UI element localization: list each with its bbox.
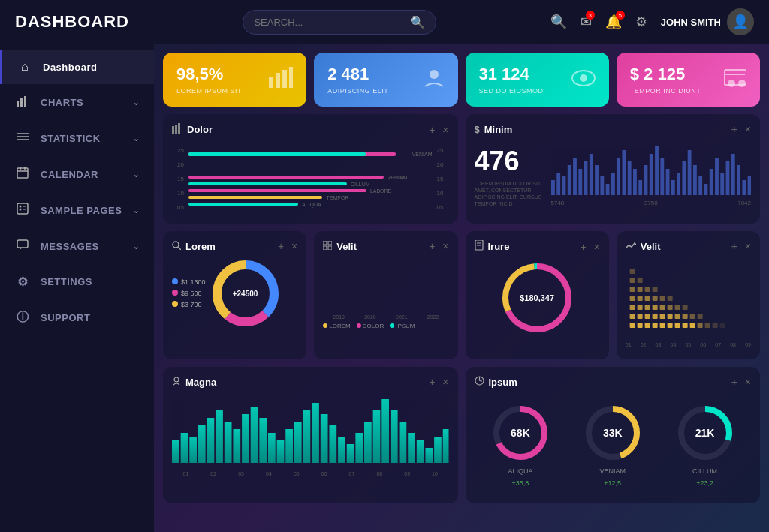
svg-rect-124 — [652, 287, 657, 292]
dolor-add-button[interactable]: + — [429, 124, 435, 136]
svg-rect-35 — [578, 169, 582, 195]
svg-rect-49 — [655, 146, 659, 195]
svg-point-26 — [728, 80, 735, 87]
svg-rect-95 — [712, 323, 717, 328]
stat-card-4[interactable]: $ 2 125 TEMPOR INCIDIUNT — [617, 53, 760, 107]
sidebar-item-calendar[interactable]: CALENDAR ⌄ — [0, 156, 154, 192]
stat-value-3: 31 124 — [479, 65, 544, 84]
mail-icon[interactable]: ✉ 3 — [581, 14, 592, 30]
svg-rect-131 — [189, 437, 197, 463]
user-profile[interactable]: JOHN SMITH 👤 — [661, 8, 754, 35]
stat-label-4: TEMPOR INCIDIUNT — [630, 87, 701, 95]
chevron-down-icon: ⌄ — [133, 98, 140, 107]
sidebar-item-settings[interactable]: ⚙ SETTINGS — [0, 264, 154, 299]
svg-rect-44 — [627, 161, 631, 195]
ipsum-card-header: Ipsum + × — [475, 376, 752, 388]
svg-rect-38 — [595, 165, 599, 195]
dolor-close-button[interactable]: × — [442, 124, 448, 136]
svg-rect-2 — [24, 96, 26, 107]
ipsum-close-button[interactable]: × — [745, 376, 751, 388]
svg-rect-136 — [233, 429, 240, 463]
svg-rect-48 — [649, 154, 653, 195]
svg-rect-9 — [24, 167, 26, 170]
svg-rect-54 — [682, 161, 686, 195]
stat-card-2[interactable]: 2 481 ADIPISCING ELIT — [314, 53, 457, 107]
svg-rect-41 — [611, 173, 614, 195]
svg-rect-32 — [562, 176, 565, 195]
svg-rect-20 — [289, 67, 293, 88]
svg-rect-33 — [567, 165, 571, 195]
velit-bar-icon — [323, 241, 332, 252]
svg-rect-114 — [682, 305, 687, 310]
gauge-veniam: 33K VENIAM +12,5 — [583, 403, 643, 487]
svg-rect-37 — [589, 154, 593, 195]
svg-rect-62 — [725, 161, 729, 195]
sidebar-item-support[interactable]: ⓘ SUPPORT — [0, 299, 154, 336]
svg-rect-73 — [323, 241, 327, 245]
velit-dot-close-button[interactable]: × — [745, 240, 751, 252]
velit-dot-add-button[interactable]: + — [731, 240, 737, 252]
svg-rect-137 — [242, 414, 249, 463]
magna-close-button[interactable]: × — [442, 376, 448, 388]
sidebar-label-dashboard: Dashboard — [43, 62, 97, 73]
svg-rect-63 — [731, 154, 734, 195]
svg-rect-149 — [347, 444, 354, 463]
svg-rect-122 — [637, 287, 642, 292]
settings-icon[interactable]: ⚙ — [635, 14, 647, 30]
velit-dot-chart: 010203040506070809 — [626, 260, 751, 350]
search-input[interactable] — [254, 17, 404, 28]
sidebar-label-support: SUPPORT — [41, 312, 90, 323]
lorem-close-button[interactable]: × — [291, 240, 297, 252]
search-header-icon[interactable]: 🔍 — [550, 14, 567, 30]
svg-rect-76 — [328, 246, 332, 250]
lorem-card-title: Lorem — [172, 241, 216, 252]
svg-rect-36 — [584, 161, 587, 195]
svg-rect-87 — [652, 323, 657, 328]
svg-rect-105 — [689, 314, 695, 319]
velit-bar-add-button[interactable]: + — [429, 240, 435, 252]
sidebar-item-charts[interactable]: CHARTS ⌄ — [0, 84, 154, 120]
stat-card-3[interactable]: 31 124 SED DO EIUSMOD — [466, 53, 609, 107]
sidebar-item-statistick[interactable]: STATISTICK ⌄ — [0, 120, 154, 156]
stat-icon-3 — [571, 68, 596, 92]
lorem-add-button[interactable]: + — [278, 240, 284, 252]
svg-rect-15 — [17, 240, 28, 248]
svg-rect-153 — [381, 399, 389, 463]
velit-xlabel-1: 2019 — [333, 314, 345, 320]
search-bar[interactable]: 🔍 — [243, 10, 436, 35]
magna-add-button[interactable]: + — [429, 376, 435, 388]
irure-card-title: Irure — [475, 240, 510, 253]
minim-close-button[interactable]: × — [745, 123, 751, 135]
svg-rect-100 — [652, 314, 657, 319]
svg-rect-121 — [629, 287, 635, 292]
sidebar-item-sample-pages[interactable]: SAMPLE PAGES ⌄ — [0, 192, 154, 228]
svg-rect-1 — [20, 98, 23, 107]
minim-label-3: 7042 — [737, 200, 751, 206]
irure-close-button[interactable]: × — [594, 241, 600, 253]
svg-rect-75 — [323, 246, 327, 250]
irure-add-button[interactable]: + — [580, 241, 586, 253]
svg-rect-150 — [355, 433, 363, 463]
bell-icon[interactable]: 🔔 5 — [605, 14, 622, 30]
mail-badge: 3 — [586, 11, 595, 20]
minim-label-2: 3758 — [644, 200, 658, 206]
velit-bar-close-button[interactable]: × — [442, 240, 448, 252]
svg-rect-34 — [573, 158, 577, 195]
sample-pages-icon — [15, 203, 30, 218]
lorem-legend-2: $9 500 — [172, 290, 206, 297]
svg-point-25 — [738, 80, 746, 87]
stat-card-1[interactable]: 98,5% LOREM IPSUM SIT — [163, 53, 306, 107]
svg-rect-85 — [637, 323, 642, 328]
dolor-icon — [172, 123, 182, 136]
ipsum-add-button[interactable]: + — [731, 376, 737, 388]
sidebar-item-messages[interactable]: MESSAGES ⌄ — [0, 228, 154, 264]
sidebar-item-dashboard[interactable]: ⌂ Dashboard — [0, 50, 154, 84]
magna-xlabel-7: 07 — [349, 471, 355, 476]
lorem-center-value: +24500 — [233, 290, 258, 298]
minim-add-button[interactable]: + — [731, 123, 737, 135]
velit-xlabel-3: 2021 — [396, 314, 408, 320]
svg-rect-110 — [652, 305, 657, 310]
lorem-content: $1 1300 $9 500 $3 700 +24500 — [172, 260, 297, 327]
svg-rect-129 — [172, 440, 179, 463]
support-icon: ⓘ — [15, 310, 30, 326]
